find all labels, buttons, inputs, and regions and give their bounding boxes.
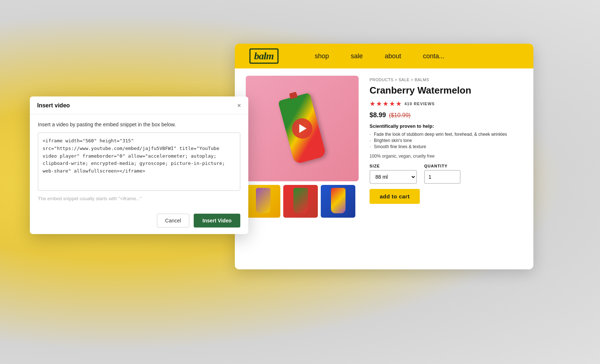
nav-about[interactable]: about (385, 52, 401, 60)
insert-video-dialog: Insert video × Insert a video by pasting… (30, 96, 248, 234)
benefits-list: Fade the look of stubborn deep wrin feet… (370, 132, 522, 149)
thumb-tube-yellow (256, 188, 271, 213)
thumbnail-row (246, 185, 359, 218)
store-navbar: balm shop sale about conta... (235, 44, 533, 68)
cancel-button[interactable]: Cancel (157, 214, 190, 228)
benefit-1: Fade the look of stubborn deep wrin feet… (370, 132, 522, 137)
quantity-input[interactable] (424, 170, 461, 184)
options-row: SIZE 88 ml 44 ml 176 ml QUANTITY (370, 164, 522, 184)
play-button[interactable] (292, 118, 312, 139)
star-3: ★ (383, 100, 388, 108)
star-rating: ★ ★ ★ ★ ★ (370, 100, 402, 108)
product-info: PRODUCTS > SALE > BALMS Cranberry Waterm… (370, 76, 522, 262)
thumb-tube-blue (331, 188, 346, 213)
organic-text: 100% organic, vegan, cruelty free (370, 154, 522, 159)
star-2: ★ (376, 100, 382, 108)
dialog-close-button[interactable]: × (237, 102, 241, 109)
thumb-tube-red (293, 188, 308, 213)
size-select[interactable]: 88 ml 44 ml 176 ml (370, 170, 417, 184)
price-original: ($10.99) (389, 112, 411, 119)
dialog-title: Insert video (37, 102, 70, 109)
dialog-description: Insert a video by pasting the embed snip… (38, 122, 240, 127)
embed-hint: The embed snippet usually starts with "<… (38, 196, 240, 201)
product-title: Cranberry Watermelon (370, 85, 522, 96)
breadcrumb: PRODUCTS > SALE > BALMS (370, 78, 522, 82)
product-images (246, 76, 359, 262)
star-4: ★ (389, 100, 395, 108)
price-row: $8.99 ($10.99) (370, 111, 522, 119)
dialog-body: Insert a video by pasting the embed snip… (30, 114, 248, 209)
product-area: PRODUCTS > SALE > BALMS Cranberry Waterm… (235, 68, 533, 269)
quantity-label: QUANTITY (424, 164, 461, 168)
main-product-image (246, 76, 359, 181)
embed-code-textarea[interactable] (38, 132, 240, 191)
nav-contact[interactable]: conta... (423, 52, 445, 60)
thumbnail-3[interactable] (321, 185, 355, 218)
size-group: SIZE 88 ml 44 ml 176 ml (370, 164, 417, 184)
benefit-3: Smooth fine lines & texture (370, 144, 522, 149)
star-5: ★ (396, 100, 402, 108)
quantity-group: QUANTITY (424, 164, 461, 184)
size-label: SIZE (370, 164, 417, 168)
dialog-header: Insert video × (30, 96, 248, 114)
insert-video-button[interactable]: Insert Video (194, 214, 240, 228)
play-icon (299, 124, 307, 133)
browser-window: balm shop sale about conta... (235, 44, 533, 269)
product-claim: Scientifically proven to help: (370, 123, 522, 129)
thumbnail-2[interactable] (283, 185, 318, 218)
nav-shop[interactable]: shop (315, 52, 329, 60)
price-current: $8.99 (370, 111, 386, 119)
rating-row: ★ ★ ★ ★ ★ 410 REVIEWS (370, 100, 522, 108)
store-logo[interactable]: balm (249, 48, 279, 64)
benefit-2: Brighten skin's tone (370, 138, 522, 143)
add-to-cart-button[interactable]: add to cart (370, 189, 420, 204)
review-count[interactable]: 410 REVIEWS (404, 102, 435, 106)
nav-sale[interactable]: sale (351, 52, 363, 60)
product-placeholder (246, 76, 359, 181)
star-1: ★ (370, 100, 375, 108)
nav-links: shop sale about conta... (315, 52, 445, 60)
thumbnail-1[interactable] (246, 185, 280, 218)
dialog-footer: Cancel Insert Video (30, 209, 248, 234)
